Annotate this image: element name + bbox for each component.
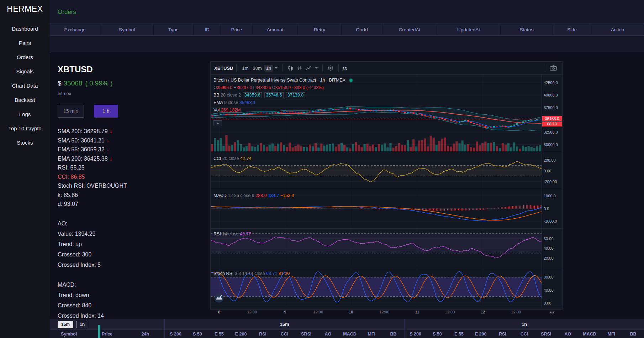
sidebar-item-signals[interactable]: Signals xyxy=(0,64,50,79)
bottom-summary-bar: 15m 1h 15m 1h Symbol Price 24h S 200 S 5… xyxy=(50,319,644,338)
bottom-col-cci: CCI xyxy=(513,330,535,338)
time-axis-label: 12 xyxy=(481,310,485,314)
macd-crossed: Crossed: 840 xyxy=(58,300,210,311)
line-chart-style-icon[interactable] xyxy=(304,65,313,71)
axis-tick-label: 80.00 xyxy=(544,275,554,279)
bottom-tf-buttons: 15m 1h xyxy=(50,319,164,329)
ohlc-label-c: C xyxy=(272,85,275,90)
time-axis-label: 12:00 xyxy=(379,310,389,314)
stat-d: d: 93.07 xyxy=(58,199,210,209)
bottom-col-rsi: RSI xyxy=(492,330,513,338)
cci-pane: 200.000.00-200.00 CCI 20 close 42.74 xyxy=(211,153,562,190)
rsi-name: RSI xyxy=(213,232,221,236)
cci-legend[interactable]: CCI 20 close 42.74 xyxy=(213,155,251,162)
macd-axis[interactable]: 1000.00.0-1000.0 xyxy=(542,190,562,228)
teal-accent-strip xyxy=(98,325,100,338)
toolbar-divider xyxy=(236,64,237,72)
bottom-col-symbol: Symbol xyxy=(50,330,88,338)
bottom-col-e200: E 200 xyxy=(470,330,492,338)
bottom-col-srsi: SRSI xyxy=(295,330,317,338)
ohlc-change: −838.0 (−2.33%) xyxy=(292,85,323,90)
chevron-down-icon[interactable] xyxy=(315,67,318,69)
bottom-col-srsi: SRSI xyxy=(535,330,557,338)
axis-tick-label: 0.0 xyxy=(544,207,549,211)
toolbar-divider xyxy=(282,64,283,72)
compare-add-icon[interactable] xyxy=(326,65,335,71)
volume-legend[interactable]: Vol 269.182M xyxy=(213,106,353,114)
time-axis-label: 8 xyxy=(218,310,220,314)
rsi-chart-canvas[interactable] xyxy=(211,229,542,268)
sidebar-item-stocks[interactable]: Stocks xyxy=(0,136,50,150)
toolbar-symbol[interactable]: XBTUSD xyxy=(214,66,233,71)
stat-text: SMA 50: 36041.21 xyxy=(58,137,105,144)
macd-legend[interactable]: MACD 12 26 close 9 288.0 134.7 −153.3 xyxy=(213,192,294,199)
time-axis[interactable]: 812:00912:001012:001112:001212:00 xyxy=(211,307,562,317)
stoch-legend[interactable]: Stoch RSI 3 3 14 14 close 63.71 81.30 xyxy=(213,270,290,277)
sidebar-nav: Dashboard Pairs Orders Signals Chart Dat… xyxy=(0,22,50,150)
tf-15min-button[interactable]: 15 min xyxy=(58,105,84,118)
vol-name: Vol xyxy=(213,108,220,113)
bottom-col-bb: BB xyxy=(622,330,644,338)
bottom-col-e55: E 55 xyxy=(448,330,470,338)
macd-params: 12 26 close 9 xyxy=(228,193,254,198)
sidebar-item-top10[interactable]: Top 10 Crypto xyxy=(0,121,50,136)
down-arrow-icon: ↓ xyxy=(106,137,110,144)
stat-text: EMA 200: 36425.38 xyxy=(58,156,108,162)
axis-tick-label: 32500.0 xyxy=(544,130,558,134)
cci-axis[interactable]: 200.000.00-200.00 xyxy=(542,153,562,190)
cci-chart-canvas[interactable] xyxy=(211,153,542,190)
camera-snapshot-icon[interactable] xyxy=(548,65,559,71)
timeframe-buttons: 15 min 1 h xyxy=(58,105,210,118)
sidebar-item-backtest[interactable]: Backtest xyxy=(0,93,50,107)
orders-col-side: Side xyxy=(553,24,591,35)
rsi-params: 14 close xyxy=(222,232,239,236)
macd-line-value: 134.7 xyxy=(268,193,279,198)
chevron-down-icon[interactable] xyxy=(275,67,278,69)
legend-collapse-button[interactable] xyxy=(213,120,222,126)
tf-1h-button[interactable]: 1 h xyxy=(94,105,118,118)
time-axis-label: 12:00 xyxy=(247,310,257,314)
bottom-left-columns: Symbol Price 24h xyxy=(50,330,164,338)
stat-ema55: EMA 55: 36059.32↓ xyxy=(58,145,210,154)
stat-text: CCI: 86.85 xyxy=(58,174,85,180)
group-header-1h: 1h xyxy=(404,319,644,329)
sidebar-item-orders[interactable]: Orders xyxy=(0,50,50,64)
axis-tick-label: 200.00 xyxy=(544,158,556,162)
currency-sign: $ xyxy=(58,79,62,87)
sidebar-item-pairs[interactable]: Pairs xyxy=(0,36,50,50)
compare-arrows-icon[interactable] xyxy=(295,66,304,71)
macd-signal-value: −153.3 xyxy=(280,193,294,198)
time-axis-label: 9 xyxy=(284,310,286,314)
gear-icon[interactable] xyxy=(550,310,554,316)
bottom-15m-button[interactable]: 15m xyxy=(58,321,73,328)
ohlc-label-h: H xyxy=(233,85,237,90)
group-header-15m: 15m xyxy=(164,319,404,329)
stoch-axis[interactable]: 80.0040.000.00 xyxy=(542,268,562,307)
bb-lower-value: 34359.6 xyxy=(243,92,262,98)
tradingview-logo-icon[interactable] xyxy=(214,293,224,304)
stoch-params: 3 3 14 14 close xyxy=(235,271,265,276)
bb-legend[interactable]: BB 20 close 2 34359.6 35746.5 37139.0 xyxy=(213,92,353,99)
sidebar-item-dashboard[interactable]: Dashboard xyxy=(0,22,50,36)
chart-toolbar: XBTUSD 1m 30m 1h ƒx xyxy=(211,62,562,75)
bottom-col-24h: 24h xyxy=(126,330,164,338)
ema-legend[interactable]: EMA 9 close 35463.1 xyxy=(213,99,353,106)
toolbar-tf-1m[interactable]: 1m xyxy=(240,65,250,72)
sidebar-item-logs[interactable]: Logs xyxy=(0,107,50,121)
bottom-1h-columns: S 200 S 50 E 55 E 200 RSI CCI SRSI AO MA… xyxy=(404,330,644,338)
toolbar-divider xyxy=(338,64,339,72)
toolbar-tf-30m[interactable]: 30m xyxy=(251,65,264,72)
bottom-1h-button[interactable]: 1h xyxy=(76,321,88,328)
price-axis[interactable]: 35158.0 08:13 42500.040000.037500.032500… xyxy=(542,75,562,153)
sidebar-item-chart-data[interactable]: Chart Data xyxy=(0,79,50,93)
rsi-axis[interactable]: 60.0040.0020.00 xyxy=(542,229,562,268)
candlestick-style-icon[interactable] xyxy=(286,65,295,71)
stat-ema200: EMA 200: 36425.38↓ xyxy=(58,154,210,163)
chart-svg xyxy=(211,229,542,266)
rsi-legend[interactable]: RSI 14 close 49.77 xyxy=(213,230,251,238)
axis-tick-label: 0.00 xyxy=(544,301,551,305)
orders-col-retry: Retry xyxy=(298,24,342,35)
toolbar-tf-1h[interactable]: 1h xyxy=(264,65,273,72)
indicators-fx-button[interactable]: ƒx xyxy=(342,66,347,71)
orders-table-header: Exchange Symbol Type ID Price Amount Ret… xyxy=(50,24,644,36)
